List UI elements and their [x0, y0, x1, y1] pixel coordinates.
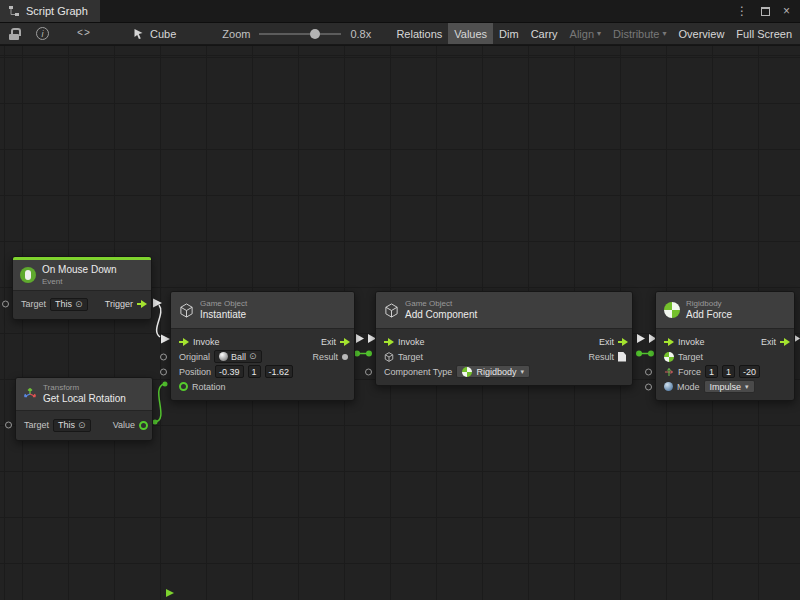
distribute-button[interactable]: Distribute▾ [607, 23, 672, 44]
node-get-local-rotation[interactable]: Transform Get Local Rotation Target This… [15, 377, 153, 441]
rotation-input-port[interactable] [179, 382, 188, 391]
node-title: On Mouse Down [42, 264, 116, 276]
flow-arrow [356, 334, 364, 343]
target-object-field[interactable]: This ⊙ [53, 419, 91, 432]
result-output-port[interactable] [342, 354, 348, 360]
graph-canvas[interactable]: On Mouse Down Event Target This ⊙ Trigge… [0, 46, 800, 600]
port-row-position: Position -0.39 1 -1.62 [171, 364, 354, 379]
original-label: Original [179, 352, 210, 362]
component-type-value: Rigidbody [476, 367, 516, 377]
dim-button[interactable]: Dim [493, 23, 525, 44]
value-port-dot[interactable] [366, 351, 372, 357]
align-label: Align [570, 28, 594, 40]
fullscreen-button[interactable]: Full Screen [730, 23, 798, 44]
exit-output-port[interactable] [618, 338, 628, 346]
graph-breadcrumb[interactable]: Cube [133, 28, 176, 40]
rotation-label: Rotation [192, 382, 226, 392]
invoke-label: Invoke [398, 337, 425, 347]
position-x-field[interactable]: -0.39 [215, 365, 244, 378]
mode-value: Impulse [710, 382, 742, 392]
zoom-slider-track[interactable] [259, 33, 341, 35]
port-row-target: Target Result [376, 349, 632, 364]
original-object-field[interactable]: Ball ⊙ [214, 350, 262, 363]
node-add-component[interactable]: Game Object Add Component Invoke Exit [375, 291, 633, 386]
zoom-slider[interactable] [259, 28, 341, 40]
force-y-field[interactable]: 1 [722, 365, 735, 378]
trigger-label: Trigger [105, 299, 133, 309]
values-button[interactable]: Values [448, 23, 493, 44]
node-header[interactable]: Game Object Add Component [376, 292, 632, 329]
value-port-dot[interactable] [648, 351, 654, 357]
values-label: Values [454, 28, 487, 40]
value-port-dot[interactable] [163, 382, 168, 387]
port-row-mode: Mode Impulse ▾ [656, 379, 794, 394]
wire-trigger-to-invoke[interactable] [157, 305, 161, 337]
dim-label: Dim [499, 28, 519, 40]
relations-button[interactable]: Relations [390, 23, 448, 44]
port-row-target: Target [656, 349, 794, 364]
invoke-input-port[interactable] [179, 338, 189, 346]
object-picker-icon[interactable]: ⊙ [249, 352, 257, 361]
node-header[interactable]: Rigidbody Add Force [656, 292, 794, 329]
position-y-field[interactable]: 1 [248, 365, 261, 378]
force-input-port[interactable] [645, 368, 652, 375]
enum-icon [664, 382, 673, 391]
result-output-port[interactable] [618, 352, 626, 362]
node-header[interactable]: Transform Get Local Rotation [16, 378, 152, 411]
toolbar-buttons: Relations Values Dim Carry Align▾ Distri… [390, 23, 798, 44]
target-input-port[interactable] [2, 301, 9, 308]
overview-button[interactable]: Overview [673, 23, 731, 44]
overview-label: Overview [679, 28, 725, 40]
trigger-output-port[interactable] [137, 300, 147, 308]
node-on-mouse-down[interactable]: On Mouse Down Event Target This ⊙ Trigge… [12, 256, 152, 320]
target-object-field[interactable]: This ⊙ [50, 298, 88, 311]
carry-button[interactable]: Carry [525, 23, 564, 44]
exit-output-port[interactable] [340, 338, 350, 346]
position-input-port[interactable] [160, 368, 167, 375]
object-picker-icon[interactable]: ⊙ [75, 300, 83, 309]
exit-output-port[interactable] [780, 338, 790, 346]
mode-input-port[interactable] [645, 383, 652, 390]
original-input-port[interactable] [160, 353, 167, 360]
force-x-field[interactable]: 1 [705, 365, 718, 378]
invoke-input-port[interactable] [664, 338, 674, 346]
script-graph-window: Script Graph ⋮ × i <> Cube Zoom 0.8x Re [0, 0, 800, 600]
node-instantiate[interactable]: Game Object Instantiate Invoke Exit Orig… [170, 291, 355, 401]
zoom-control: Zoom 0.8x [222, 28, 371, 40]
position-z-field[interactable]: -1.62 [265, 365, 294, 378]
game-object-icon [384, 352, 394, 362]
rigidbody-icon [664, 352, 674, 362]
node-header[interactable]: Game Object Instantiate [171, 292, 354, 329]
tab-script-graph[interactable]: Script Graph [0, 0, 100, 22]
component-type-input-port[interactable] [365, 368, 372, 375]
mouse-icon [20, 267, 36, 283]
info-icon[interactable]: i [36, 27, 49, 40]
mode-dropdown[interactable]: Impulse ▾ [704, 380, 755, 393]
wire-rotation-value[interactable] [155, 384, 164, 422]
component-type-dropdown[interactable]: Rigidbody ▾ [456, 365, 530, 378]
zoom-slider-handle[interactable] [310, 29, 320, 39]
value-port-dot[interactable] [636, 351, 642, 357]
target-input-port[interactable] [5, 422, 12, 429]
chevron-down-icon: ▾ [520, 368, 524, 376]
port-row-component-type: Component Type Rigidbody ▾ [376, 364, 632, 379]
result-label: Result [312, 352, 338, 362]
rotation-output-port[interactable] [139, 421, 148, 430]
menu-icon[interactable]: ⋮ [736, 5, 748, 17]
node-add-force[interactable]: Rigidbody Add Force Invoke Exit Target [655, 291, 795, 401]
force-z-field[interactable]: -20 [739, 365, 760, 378]
maximize-icon[interactable] [761, 7, 770, 16]
force-label: Force [678, 367, 701, 377]
close-icon[interactable]: × [783, 5, 790, 17]
flow-arrow [153, 299, 162, 308]
invoke-input-port[interactable] [384, 338, 394, 346]
target-label: Target [678, 352, 703, 362]
align-button[interactable]: Align▾ [564, 23, 607, 44]
object-picker-icon[interactable]: ⊙ [78, 421, 86, 430]
node-header[interactable]: On Mouse Down Event [13, 260, 151, 291]
node-category: Transform [43, 383, 126, 392]
lock-icon[interactable] [9, 28, 19, 40]
code-icon[interactable]: <> [77, 28, 91, 39]
node-title: Add Force [686, 309, 732, 321]
exit-label: Exit [599, 337, 614, 347]
